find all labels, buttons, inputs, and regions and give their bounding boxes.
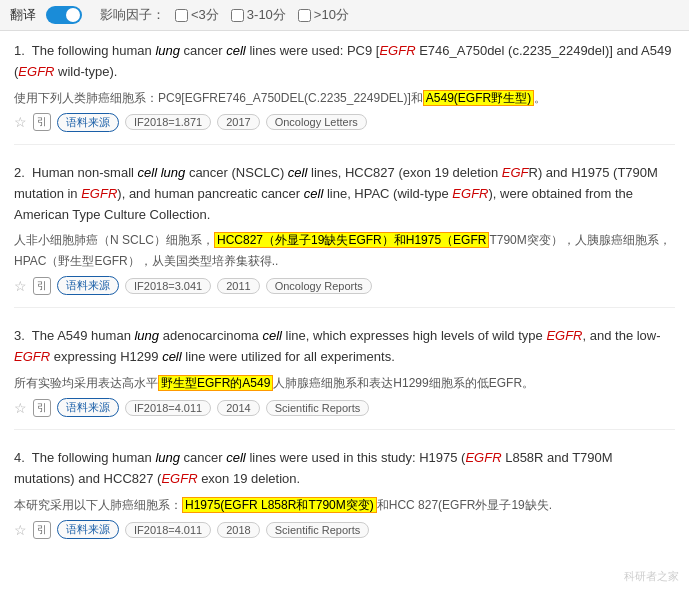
result-3-year-tag: 2014 <box>217 400 259 416</box>
result-4-highlight: H1975(EGFR L858R和T790M突变) <box>182 497 377 513</box>
result-4-cite[interactable]: 引 <box>33 521 51 539</box>
filter-gt10[interactable]: >10分 <box>298 6 349 24</box>
result-1-cn-text: 使用下列人类肺癌细胞系：PC9[EGFRE746_A750DEL(C.2235_… <box>14 88 675 108</box>
result-2-highlight: HCC827（外显子19缺失EGFR）和H1975（EGFR <box>214 232 489 248</box>
result-1-star[interactable]: ☆ <box>14 114 27 130</box>
translate-label: 翻译 <box>10 6 36 24</box>
filter-label: 影响因子： <box>100 6 165 24</box>
filter-group: <3分 3-10分 >10分 <box>175 6 349 24</box>
result-2-number: 2. <box>14 165 28 180</box>
result-4-if-tag: IF2018=4.011 <box>125 522 211 538</box>
filter-lt3-checkbox[interactable] <box>175 9 188 22</box>
result-2-year-tag: 2011 <box>217 278 259 294</box>
watermark: 科研者之家 <box>624 569 679 579</box>
result-2-journal-tag: Oncology Reports <box>266 278 372 294</box>
result-4-star[interactable]: ☆ <box>14 522 27 538</box>
filter-gt10-label: >10分 <box>314 6 349 24</box>
translate-toggle[interactable] <box>46 6 82 24</box>
result-1-en-text: 1. The following human lung cancer cell … <box>14 41 675 83</box>
filter-3-10-label: 3-10分 <box>247 6 286 24</box>
result-2-star[interactable]: ☆ <box>14 278 27 294</box>
result-3-highlight: 野生型EGFR的A549 <box>158 375 273 391</box>
result-1-meta: ☆ 引 语料来源 IF2018=1.871 2017 Oncology Lett… <box>14 113 675 132</box>
result-1-if-tag: IF2018=1.871 <box>125 114 211 130</box>
result-4-meta: ☆ 引 语料来源 IF2018=4.011 2018 Scientific Re… <box>14 520 675 539</box>
result-1-highlight: A549(EGFR野生型) <box>423 90 534 106</box>
result-2-cn-text: 人非小细胞肺癌（N SCLC）细胞系，HCC827（外显子19缺失EGFR）和H… <box>14 230 675 271</box>
filter-gt10-checkbox[interactable] <box>298 9 311 22</box>
filter-lt3-label: <3分 <box>191 6 219 24</box>
result-2-meta: ☆ 引 语料来源 IF2018=3.041 2011 Oncology Repo… <box>14 276 675 295</box>
result-1-year-tag: 2017 <box>217 114 259 130</box>
result-3-if-tag: IF2018=4.011 <box>125 400 211 416</box>
result-item-3: 3. The A549 human lung adenocarcinoma ce… <box>14 326 675 430</box>
filter-3-10[interactable]: 3-10分 <box>231 6 286 24</box>
result-item-1: 1. The following human lung cancer cell … <box>14 41 675 145</box>
result-3-meta: ☆ 引 语料来源 IF2018=4.011 2014 Scientific Re… <box>14 398 675 417</box>
result-3-journal-tag: Scientific Reports <box>266 400 370 416</box>
result-3-cn-text: 所有实验均采用表达高水平野生型EGFR的A549人肺腺癌细胞系和表达H1299细… <box>14 373 675 393</box>
result-item-2: 2. Human non-small cell lung cancer (NSC… <box>14 163 675 308</box>
result-2-source-tag[interactable]: 语料来源 <box>57 276 119 295</box>
result-4-en-text: 4. The following human lung cancer cell … <box>14 448 675 490</box>
result-4-year-tag: 2018 <box>217 522 259 538</box>
result-4-source-tag[interactable]: 语料来源 <box>57 520 119 539</box>
result-3-en-text: 3. The A549 human lung adenocarcinoma ce… <box>14 326 675 368</box>
result-3-star[interactable]: ☆ <box>14 400 27 416</box>
result-1-journal-tag: Oncology Letters <box>266 114 367 130</box>
result-4-cn-text: 本研究采用以下人肺癌细胞系：H1975(EGFR L858R和T790M突变)和… <box>14 495 675 515</box>
result-2-cite[interactable]: 引 <box>33 277 51 295</box>
result-3-source-tag[interactable]: 语料来源 <box>57 398 119 417</box>
top-bar: 翻译 影响因子： <3分 3-10分 >10分 <box>0 0 689 31</box>
filter-lt3[interactable]: <3分 <box>175 6 219 24</box>
result-1-number: 1. <box>14 43 28 58</box>
filter-3-10-checkbox[interactable] <box>231 9 244 22</box>
result-3-number: 3. <box>14 328 28 343</box>
result-2-if-tag: IF2018=3.041 <box>125 278 211 294</box>
result-4-number: 4. <box>14 450 28 465</box>
result-2-en-text: 2. Human non-small cell lung cancer (NSC… <box>14 163 675 225</box>
result-1-source-tag[interactable]: 语料来源 <box>57 113 119 132</box>
result-item-4: 4. The following human lung cancer cell … <box>14 448 675 551</box>
main-content: 1. The following human lung cancer cell … <box>0 31 689 579</box>
result-1-cite[interactable]: 引 <box>33 113 51 131</box>
result-4-journal-tag: Scientific Reports <box>266 522 370 538</box>
result-3-cite[interactable]: 引 <box>33 399 51 417</box>
